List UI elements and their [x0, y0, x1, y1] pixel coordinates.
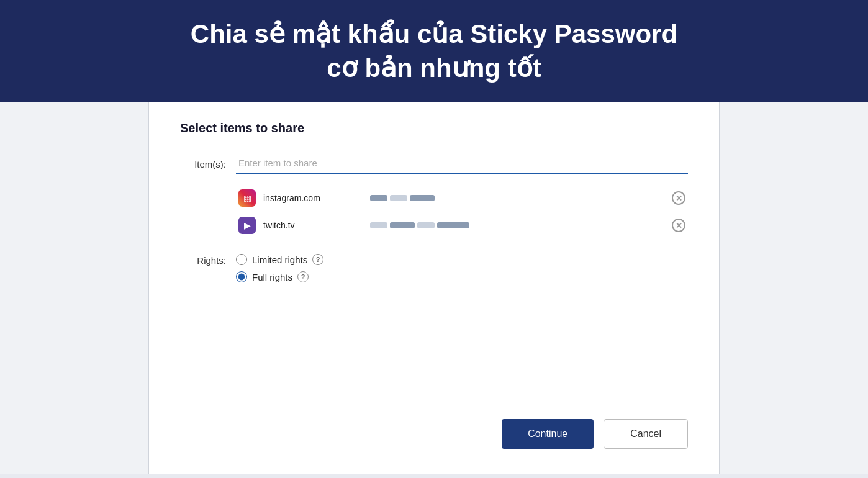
full-rights-option[interactable]: Full rights ? — [236, 271, 323, 282]
rights-label: Rights: — [180, 254, 236, 266]
mask-block — [390, 222, 415, 228]
banner: Chia sẻ mật khẩu của Sticky Password cơ … — [0, 0, 868, 102]
rights-form-row: Rights: Limited rights ? Full rights ? — [180, 254, 688, 282]
cancel-button[interactable]: Cancel — [604, 419, 688, 449]
limited-rights-option[interactable]: Limited rights ? — [236, 254, 323, 265]
dialog: Select items to share Item(s): ▧ instagr… — [148, 102, 720, 474]
list-item: ▧ instagram.com ✕ — [236, 184, 688, 212]
instagram-icon: ▧ — [238, 189, 256, 207]
limited-rights-label: Limited rights — [252, 255, 307, 265]
mask-block — [370, 195, 387, 201]
items-label: Item(s): — [180, 153, 236, 169]
limited-rights-radio[interactable] — [236, 254, 247, 265]
continue-button[interactable]: Continue — [502, 419, 594, 449]
full-rights-radio[interactable] — [236, 271, 247, 282]
instagram-item-name: instagram.com — [263, 193, 363, 203]
instagram-masked-value — [370, 195, 664, 201]
mask-block — [390, 195, 407, 201]
mask-block — [417, 222, 435, 228]
mask-block — [410, 195, 435, 201]
twitch-item-name: twitch.tv — [263, 220, 363, 230]
twitch-icon: ▶ — [238, 217, 256, 234]
list-item: ▶ twitch.tv ✕ — [236, 212, 688, 239]
search-input[interactable] — [236, 153, 688, 174]
full-rights-help-icon[interactable]: ? — [297, 271, 309, 282]
dialog-footer: Continue Cancel — [180, 407, 688, 449]
mask-block — [437, 222, 469, 228]
remove-twitch-button[interactable]: ✕ — [672, 219, 685, 232]
items-form-row: Item(s): ▧ instagram.com ✕ — [180, 153, 688, 239]
items-list: ▧ instagram.com ✕ ▶ twitch.tv — [236, 184, 688, 239]
limited-rights-help-icon[interactable]: ? — [312, 254, 323, 265]
items-content: ▧ instagram.com ✕ ▶ twitch.tv — [236, 153, 688, 239]
banner-line1: Chia sẻ mật khẩu của Sticky Password — [25, 17, 843, 52]
dialog-container: Select items to share Item(s): ▧ instagr… — [0, 102, 868, 474]
dialog-title: Select items to share — [180, 121, 688, 135]
banner-line2: cơ bản nhưng tốt — [25, 52, 843, 86]
rights-options: Limited rights ? Full rights ? — [236, 254, 323, 282]
full-rights-label: Full rights — [252, 272, 292, 282]
mask-block — [370, 222, 387, 228]
twitch-masked-value — [370, 222, 664, 228]
remove-instagram-button[interactable]: ✕ — [672, 191, 685, 205]
